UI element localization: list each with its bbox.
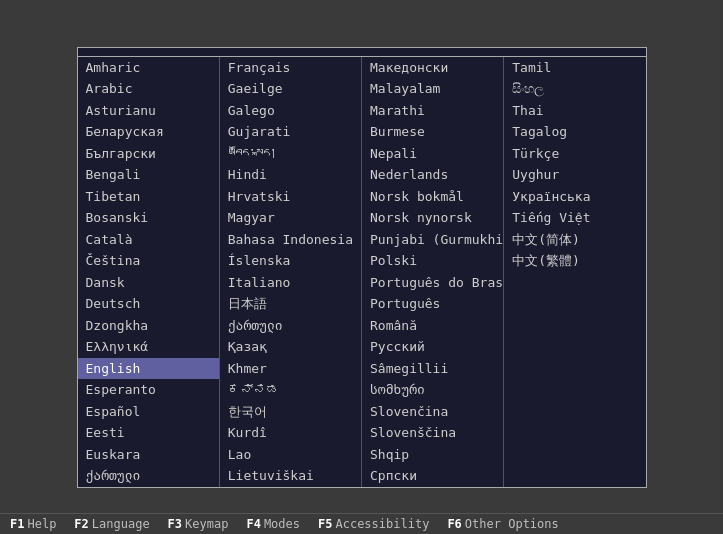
language-item[interactable]: Slovenčina	[362, 401, 503, 423]
language-item[interactable]: Norsk nynorsk	[362, 207, 503, 229]
language-item[interactable]: 한국어	[220, 401, 361, 423]
language-item[interactable]: Español	[78, 401, 219, 423]
language-dialog: AmharicArabicAsturianuБеларускаяБългарск…	[77, 47, 647, 488]
language-item[interactable]: Hrvatski	[220, 186, 361, 208]
language-item[interactable]: Türkçe	[504, 143, 645, 165]
footer-key-f4: F4	[246, 517, 260, 531]
language-item[interactable]: Eesti	[78, 422, 219, 444]
language-item[interactable]: Беларуская	[78, 121, 219, 143]
language-item[interactable]: Română	[362, 315, 503, 337]
language-item[interactable]: ქართული	[220, 315, 361, 337]
language-item[interactable]: Deutsch	[78, 293, 219, 315]
language-item[interactable]: Sâmegillii	[362, 358, 503, 380]
language-item[interactable]: Српски	[362, 465, 503, 487]
language-column-3[interactable]: TamilසිංහලThaiTagalogTürkçeUyghurУкраїнс…	[504, 57, 645, 487]
language-item[interactable]: ༀབོད་སྐད།	[220, 143, 361, 165]
language-item[interactable]: English	[78, 358, 219, 380]
language-item[interactable]: Português do Brasil	[362, 272, 503, 294]
language-item[interactable]: Amharic	[78, 57, 219, 79]
language-item[interactable]: Polski	[362, 250, 503, 272]
language-item[interactable]: Hindi	[220, 164, 361, 186]
footer-item-f2[interactable]: F2 Language	[74, 517, 149, 531]
language-item[interactable]: Euskara	[78, 444, 219, 466]
language-item[interactable]: Čeština	[78, 250, 219, 272]
footer-label-f2: Language	[92, 517, 150, 531]
language-item[interactable]: Galego	[220, 100, 361, 122]
language-item[interactable]: Български	[78, 143, 219, 165]
language-item[interactable]: Magyar	[220, 207, 361, 229]
language-item[interactable]: Dzongkha	[78, 315, 219, 337]
language-item[interactable]: Asturianu	[78, 100, 219, 122]
language-item[interactable]: სომხური	[362, 379, 503, 401]
language-item[interactable]: 中文(简体)	[504, 229, 645, 251]
language-item[interactable]: Íslenska	[220, 250, 361, 272]
footer-label-f5: Accessibility	[335, 517, 429, 531]
dialog-body: AmharicArabicAsturianuБеларускаяБългарск…	[78, 57, 646, 487]
language-item[interactable]: Nederlands	[362, 164, 503, 186]
language-item[interactable]: Malayalam	[362, 78, 503, 100]
language-item[interactable]: Khmer	[220, 358, 361, 380]
language-column-1[interactable]: FrançaisGaeilgeGalegoGujaratiༀབོད་སྐད།Hi…	[220, 57, 362, 487]
language-item[interactable]: Bahasa Indonesia	[220, 229, 361, 251]
footer-item-f4[interactable]: F4 Modes	[246, 517, 300, 531]
language-item[interactable]: Thai	[504, 100, 645, 122]
footer-item-f1[interactable]: F1 Help	[10, 517, 56, 531]
footer-item-f6[interactable]: F6 Other Options	[447, 517, 558, 531]
language-column-2[interactable]: МакедонскиMalayalamMarathiBurmeseNepaliN…	[362, 57, 504, 487]
language-item[interactable]: Italiano	[220, 272, 361, 294]
language-item[interactable]: Punjabi (Gurmukhi)	[362, 229, 503, 251]
language-column-0[interactable]: AmharicArabicAsturianuБеларускаяБългарск…	[78, 57, 220, 487]
footer-key-f1: F1	[10, 517, 24, 531]
language-item[interactable]: Uyghur	[504, 164, 645, 186]
language-item[interactable]: Português	[362, 293, 503, 315]
footer-key-f5: F5	[318, 517, 332, 531]
footer-label-f1: Help	[27, 517, 56, 531]
language-item[interactable]: Македонски	[362, 57, 503, 79]
language-item[interactable]: Ελληνικά	[78, 336, 219, 358]
language-item[interactable]: Dansk	[78, 272, 219, 294]
language-item[interactable]: Shqip	[362, 444, 503, 466]
dialog-title	[78, 48, 646, 57]
language-item[interactable]: Lietuviškai	[220, 465, 361, 487]
language-item[interactable]: Esperanto	[78, 379, 219, 401]
language-item[interactable]: සිංහල	[504, 78, 645, 100]
language-item[interactable]: Slovenščina	[362, 422, 503, 444]
language-item[interactable]: Bengali	[78, 164, 219, 186]
language-item[interactable]: Tibetan	[78, 186, 219, 208]
language-item[interactable]: Bosanski	[78, 207, 219, 229]
language-item[interactable]: ქართული	[78, 465, 219, 487]
language-item[interactable]: Nepali	[362, 143, 503, 165]
language-item[interactable]: Kurdî	[220, 422, 361, 444]
language-item[interactable]: Lao	[220, 444, 361, 466]
language-item[interactable]: Marathi	[362, 100, 503, 122]
language-item[interactable]: ಕನ್ನಡ	[220, 379, 361, 401]
footer-label-f3: Keymap	[185, 517, 228, 531]
language-item[interactable]: 日本語	[220, 293, 361, 315]
language-item[interactable]: 中文(繁體)	[504, 250, 645, 272]
language-item[interactable]: Norsk bokmål	[362, 186, 503, 208]
language-item[interactable]: Français	[220, 57, 361, 79]
footer-label-f4: Modes	[264, 517, 300, 531]
language-item[interactable]: Català	[78, 229, 219, 251]
footer-key-f3: F3	[168, 517, 182, 531]
language-item[interactable]: Қазақ	[220, 336, 361, 358]
language-item[interactable]: Українська	[504, 186, 645, 208]
footer-key-f2: F2	[74, 517, 88, 531]
footer-item-f5[interactable]: F5 Accessibility	[318, 517, 429, 531]
language-item[interactable]: Tamil	[504, 57, 645, 79]
language-item[interactable]: Русский	[362, 336, 503, 358]
footer-key-f6: F6	[447, 517, 461, 531]
language-item[interactable]: Arabic	[78, 78, 219, 100]
language-item[interactable]: Burmese	[362, 121, 503, 143]
footer-bar: F1 HelpF2 LanguageF3 KeymapF4 ModesF5 Ac…	[0, 513, 723, 534]
footer-item-f3[interactable]: F3 Keymap	[168, 517, 229, 531]
language-item[interactable]: Tiếng Việt	[504, 207, 645, 229]
footer-label-f6: Other Options	[465, 517, 559, 531]
language-item[interactable]: Gaeilge	[220, 78, 361, 100]
language-item[interactable]: Tagalog	[504, 121, 645, 143]
language-item[interactable]: Gujarati	[220, 121, 361, 143]
